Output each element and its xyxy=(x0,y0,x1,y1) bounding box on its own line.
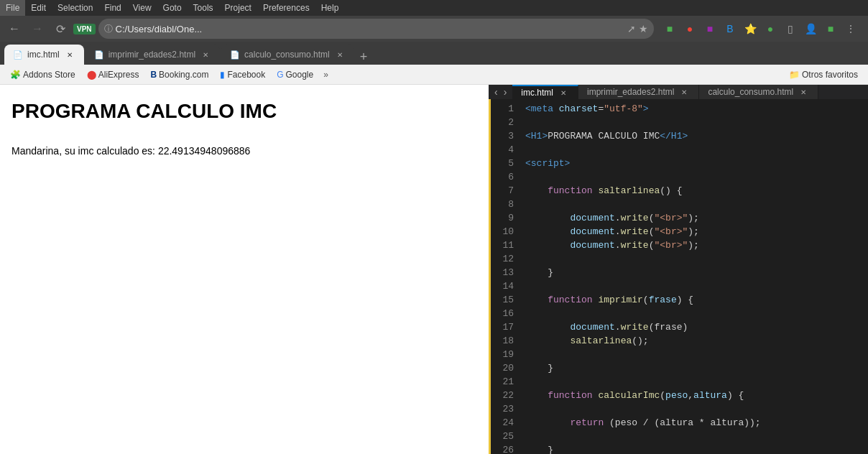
menu-view[interactable]: View xyxy=(127,0,157,16)
browser-tab-close-2[interactable]: ✕ xyxy=(200,49,211,60)
extension-icon-1[interactable]: ■ xyxy=(661,20,678,37)
extension-icon-3[interactable]: ■ xyxy=(701,20,719,37)
bookmark-addons[interactable]: 🧩 Addons Store xyxy=(6,68,80,81)
browser-action-icons: ■ ● ■ B ⭐ ● ▯ 👤 ■ ⋮ xyxy=(657,20,864,37)
code-token: <script> xyxy=(525,158,570,169)
code-token: <H1> xyxy=(525,131,548,142)
code-editor[interactable]: 1 2 3 4 5 6 7 8 9 10 11 12 13 14 15 16 1… xyxy=(489,99,868,454)
code-token: . xyxy=(615,226,621,237)
bookmarks-bar: 🧩 Addons Store ⬤ AliExpress B Booking.co… xyxy=(0,65,868,85)
code-line-22: function calcularImc(peso,altura) { xyxy=(525,389,868,402)
browser-tab-edades[interactable]: 📄 imprimir_edades2.html ✕ xyxy=(86,45,220,65)
vpn-badge[interactable]: VPN xyxy=(73,24,96,34)
code-token: <meta xyxy=(525,103,559,114)
menu-bar: File Edit Selection Find View Goto Tools… xyxy=(0,0,868,16)
menu-help[interactable]: Help xyxy=(315,0,345,16)
editor-nav-right[interactable]: › xyxy=(501,85,510,99)
code-token: , xyxy=(688,390,693,401)
code-token: charset xyxy=(559,103,599,114)
code-line-15: function imprimir(frase) { xyxy=(525,293,868,307)
folder-icon: 📁 xyxy=(789,70,800,80)
editor-tab-edades-close[interactable]: ✕ xyxy=(678,86,690,98)
tab-favicon-2: 📄 xyxy=(94,50,104,60)
preview-result: Mandarina, su imc calculado es: 22.49134… xyxy=(11,145,477,157)
editor-tab-consumo[interactable]: calculo_consumo.html ✕ xyxy=(699,85,818,99)
browser-tab-label-3: calculo_consumo.html xyxy=(244,50,330,60)
browser-tab-close-3[interactable]: ✕ xyxy=(334,49,346,60)
editor-tab-imc-close[interactable]: ✕ xyxy=(558,87,569,98)
extension-icon-5[interactable]: ⭐ xyxy=(742,20,759,37)
ln-3: 3 xyxy=(491,129,520,143)
code-token: () { xyxy=(660,185,682,196)
code-token: . xyxy=(615,213,621,223)
ln-23: 23 xyxy=(491,402,520,416)
menu-find[interactable]: Find xyxy=(98,0,126,16)
extension-icon-2[interactable]: ● xyxy=(681,20,698,37)
browser-tab-label-2: imprimir_edades2.html xyxy=(108,50,195,60)
menu-goto[interactable]: Goto xyxy=(157,0,188,16)
code-token: = xyxy=(598,103,604,114)
menu-preferences[interactable]: Preferences xyxy=(257,0,315,16)
code-token: (frase) xyxy=(649,322,688,333)
share-icon[interactable]: ➚ xyxy=(627,23,636,34)
editor-tab-consumo-label: calculo_consumo.html xyxy=(708,87,793,97)
tab-favicon-1: 📄 xyxy=(13,50,23,60)
editor-tab-imc-label: imc.html xyxy=(521,88,553,98)
menu-selection[interactable]: Selection xyxy=(52,0,98,16)
editor-tab-consumo-close[interactable]: ✕ xyxy=(798,86,809,98)
extension-icon-6[interactable]: ● xyxy=(762,20,779,37)
ln-22: 22 xyxy=(491,389,520,402)
bookmark-facebook[interactable]: ▮ Facebook xyxy=(216,68,269,81)
new-tab-button[interactable]: + xyxy=(356,50,372,65)
more-bookmarks-button[interactable]: » xyxy=(320,68,331,81)
code-token: ( xyxy=(643,295,649,305)
ln-7: 7 xyxy=(491,184,520,198)
ln-10: 10 xyxy=(491,225,520,238)
forward-button[interactable]: → xyxy=(27,19,47,39)
extension-icon-7[interactable]: ▯ xyxy=(782,20,799,37)
browser-tab-imc[interactable]: 📄 imc.html ✕ xyxy=(4,45,84,65)
browser-tab-close-1[interactable]: ✕ xyxy=(64,49,75,60)
editor-nav-left[interactable]: ‹ xyxy=(491,85,501,99)
browser-tab-consumo[interactable]: 📄 calculo_consumo.html ✕ xyxy=(221,45,354,65)
profile-icon[interactable]: 👤 xyxy=(802,20,819,37)
code-token: altura xyxy=(693,390,727,401)
addons-icon: 🧩 xyxy=(10,70,21,80)
bookmark-google[interactable]: G Google xyxy=(272,68,318,81)
menu-tools[interactable]: Tools xyxy=(188,0,219,16)
nav-bar: ← → ⟳ VPN ⓘ ➚ ★ ■ ● ■ B ⭐ ● ▯ 👤 ■ ⋮ xyxy=(0,16,868,42)
code-token: function xyxy=(548,295,598,305)
code-token xyxy=(525,185,548,196)
address-input[interactable] xyxy=(116,24,624,34)
back-button[interactable]: ← xyxy=(4,19,24,39)
bookmark-booking-label: Booking.com xyxy=(159,70,208,80)
ln-6: 6 xyxy=(491,170,520,184)
editor-tab-imc[interactable]: imc.html ✕ xyxy=(512,85,578,99)
bookmark-aliexpress-label: AliExpress xyxy=(98,70,139,80)
code-token: ) { xyxy=(677,295,693,305)
code-line-2 xyxy=(525,116,868,129)
address-icons: ➚ ★ xyxy=(627,23,648,34)
aliexpress-icon: ⬤ xyxy=(87,70,96,80)
ln-4: 4 xyxy=(491,143,520,157)
code-line-4 xyxy=(525,143,868,157)
code-token: write xyxy=(621,213,649,223)
code-token xyxy=(525,322,570,333)
code-token: > xyxy=(643,103,649,114)
reload-button[interactable]: ⟳ xyxy=(50,19,70,39)
bookmark-booking[interactable]: B Booking.com xyxy=(146,68,213,81)
menu-edit[interactable]: Edit xyxy=(25,0,52,16)
menu-project[interactable]: Project xyxy=(219,0,257,16)
star-icon[interactable]: ★ xyxy=(639,23,648,34)
shield-icon[interactable]: ■ xyxy=(822,20,839,37)
menu-icon[interactable]: ⋮ xyxy=(842,20,859,37)
extension-icon-4[interactable]: B xyxy=(721,20,739,37)
editor-tab-edades[interactable]: imprimir_edades2.html ✕ xyxy=(578,85,699,99)
ln-18: 18 xyxy=(491,334,520,348)
menu-file[interactable]: File xyxy=(0,0,25,16)
ln-25: 25 xyxy=(491,430,520,443)
bookmark-aliexpress[interactable]: ⬤ AliExpress xyxy=(83,68,144,81)
otros-favoritos[interactable]: 📁 Otros favoritos xyxy=(785,68,862,81)
code-token: peso xyxy=(665,390,688,401)
code-line-23 xyxy=(525,402,868,416)
